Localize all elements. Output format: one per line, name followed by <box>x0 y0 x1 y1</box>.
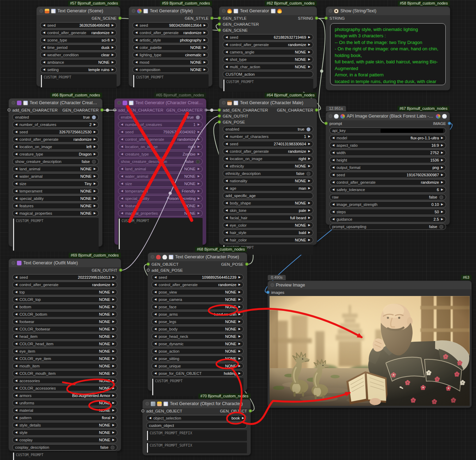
node-62[interactable]: #62 Bjornulf_custom_nodesText GeneratorG… <box>219 7 317 88</box>
widget-COLOR_footwear[interactable]: ◀COLOR_footwearNONE▶ <box>12 326 117 332</box>
increment-arrow-icon[interactable]: ▶ <box>239 372 241 375</box>
increment-arrow-icon[interactable]: ▶ <box>441 166 443 169</box>
increment-arrow-icon[interactable]: ▶ <box>112 291 115 294</box>
output-port-GEN_CHARACTER[interactable] <box>315 108 318 112</box>
increment-arrow-icon[interactable]: ▶ <box>308 187 310 190</box>
reroute-dot[interactable] <box>320 70 323 73</box>
widget-age[interactable]: ◀ageman▶ <box>223 185 313 191</box>
input-port-GEN_OUTFIT[interactable] <box>218 114 221 118</box>
collapse-dot-icon[interactable] <box>222 101 225 105</box>
node-68[interactable]: #68 Bjornulf_custom_nodesText Generator … <box>148 253 247 391</box>
increment-arrow-icon[interactable]: ▶ <box>198 138 200 141</box>
increment-arrow-icon[interactable]: ▶ <box>239 350 241 353</box>
widget-number_of_creatures[interactable]: ◀number_of_creatures1▶ <box>118 121 203 128</box>
decrement-arrow-icon[interactable]: ◀ <box>225 202 228 204</box>
decrement-arrow-icon[interactable]: ◀ <box>121 182 123 185</box>
increment-arrow-icon[interactable]: ▶ <box>239 298 241 301</box>
widget-seed[interactable]: ◀seed191676026300987▶ <box>329 172 446 178</box>
reroute-dot[interactable] <box>106 109 109 112</box>
decrement-arrow-icon[interactable]: ◀ <box>43 39 45 42</box>
decrement-arrow-icon[interactable]: ◀ <box>225 165 228 168</box>
increment-arrow-icon[interactable]: ▶ <box>308 216 310 219</box>
widget-facial_hair[interactable]: ◀facial_hairfull beard▶ <box>223 215 313 221</box>
increment-arrow-icon[interactable]: ▶ <box>441 144 443 147</box>
increment-arrow-icon[interactable]: ▶ <box>112 357 115 360</box>
widget-special_ability[interactable]: ◀special_abilityNONE▶ <box>12 195 99 202</box>
decrement-arrow-icon[interactable]: ◀ <box>15 335 17 338</box>
input-port-GEN_SCENE[interactable] <box>218 29 221 32</box>
decrement-arrow-icon[interactable]: ◀ <box>225 51 228 53</box>
decrement-arrow-icon[interactable]: ◀ <box>15 394 17 397</box>
decrement-arrow-icon[interactable]: ◀ <box>15 291 17 294</box>
decrement-arrow-icon[interactable]: ◀ <box>225 157 228 160</box>
node-graph-canvas[interactable]: #57 Bjornulf_custom_nodesText Generator … <box>0 0 476 460</box>
widget-seed[interactable]: ◀seed274013198330604▶ <box>223 141 313 147</box>
widget-control_after_generate[interactable]: ◀control_after_generaterandomize▶ <box>12 282 117 288</box>
increment-arrow-icon[interactable]: ▶ <box>198 168 200 170</box>
output-port-GEN_CHARACTER[interactable] <box>204 108 208 112</box>
widget-land_animal[interactable]: ◀land_animalNONE▶ <box>118 166 203 172</box>
increment-arrow-icon[interactable]: ▶ <box>239 320 241 323</box>
increment-arrow-icon[interactable]: ▶ <box>308 150 310 153</box>
widget-body_shape[interactable]: ◀body_shapeNONE▶ <box>223 200 313 206</box>
button-CUSTOM_action[interactable]: CUSTOM_action <box>223 71 313 77</box>
node-header[interactable]: Text Generator (Outfit Male) <box>9 259 121 267</box>
decrement-arrow-icon[interactable]: ◀ <box>225 36 228 39</box>
decrement-arrow-icon[interactable]: ◀ <box>15 204 17 207</box>
widget-features[interactable]: ◀featuresNONE▶ <box>118 203 203 209</box>
increment-arrow-icon[interactable]: ▶ <box>112 53 114 56</box>
output-port-IMAGE[interactable] <box>448 122 451 125</box>
decrement-arrow-icon[interactable]: ◀ <box>15 387 17 390</box>
collapse-dot-icon[interactable] <box>146 402 149 405</box>
widget-pose_body[interactable]: ◀pose_bodyNONE▶ <box>152 326 243 332</box>
textarea-CUSTOM_PROMPT[interactable]: CUSTOM_PROMPT <box>132 74 209 88</box>
increment-arrow-icon[interactable]: ▶ <box>441 203 443 206</box>
widget-size[interactable]: ◀sizeTiny▶ <box>12 181 99 187</box>
decrement-arrow-icon[interactable]: ◀ <box>121 212 123 215</box>
increment-arrow-icon[interactable]: ▶ <box>441 210 443 213</box>
decrement-arrow-icon[interactable]: ◀ <box>332 181 334 184</box>
decrement-arrow-icon[interactable]: ◀ <box>121 138 123 141</box>
node-header[interactable]: Show (String/Text) <box>326 7 450 15</box>
widget-pose_action[interactable]: ◀pose_actionNONE▶ <box>152 348 243 354</box>
decrement-arrow-icon[interactable]: ◀ <box>15 372 17 375</box>
node-header[interactable]: Preview Image <box>268 281 471 289</box>
widget-material[interactable]: ◀materialNONE▶ <box>12 407 117 414</box>
input-port-GEN_CHARACTER[interactable] <box>218 23 221 26</box>
decrement-arrow-icon[interactable]: ◀ <box>154 320 156 323</box>
node-70[interactable]: #70 Bjornulf_custom_nodesText Generator … <box>143 399 251 455</box>
decrement-arrow-icon[interactable]: ◀ <box>225 187 228 190</box>
widget-seed[interactable]: ◀seed980342588613564▶ <box>132 22 209 29</box>
toggle-enabled[interactable]: enabledtrue <box>223 126 313 132</box>
decrement-arrow-icon[interactable]: ◀ <box>121 168 123 170</box>
decrement-arrow-icon[interactable]: ◀ <box>225 216 228 219</box>
decrement-arrow-icon[interactable]: ◀ <box>154 291 156 294</box>
increment-arrow-icon[interactable]: ▶ <box>204 24 206 27</box>
increment-arrow-icon[interactable]: ▶ <box>112 31 114 34</box>
decrement-arrow-icon[interactable]: ◀ <box>15 350 17 353</box>
increment-arrow-icon[interactable]: ▶ <box>204 53 206 56</box>
decrement-arrow-icon[interactable]: ◀ <box>15 342 17 345</box>
decrement-arrow-icon[interactable]: ◀ <box>15 424 17 427</box>
decrement-arrow-icon[interactable]: ◀ <box>15 431 17 434</box>
node-header[interactable]: Text Generator (Character Male) <box>219 99 317 107</box>
widget-location_on_image[interactable]: ◀location_on_imageright▶ <box>118 144 203 150</box>
node-66[interactable]: #66 Bjornulf_custom_nodesText Generator … <box>9 99 102 246</box>
decrement-arrow-icon[interactable]: ◀ <box>154 276 156 279</box>
widget-top[interactable]: ◀topNONE▶ <box>12 289 117 295</box>
increment-arrow-icon[interactable]: ▶ <box>441 159 443 162</box>
widget-pose_for_GEN_OBJECT[interactable]: ◀pose_for_GEN_OBJECTholding▶ <box>152 370 243 377</box>
decrement-arrow-icon[interactable]: ◀ <box>15 402 17 404</box>
increment-arrow-icon[interactable]: ▶ <box>112 328 115 330</box>
decrement-arrow-icon[interactable]: ◀ <box>121 197 123 200</box>
collapse-dot-icon[interactable] <box>271 283 274 287</box>
decrement-arrow-icon[interactable]: ◀ <box>15 175 17 178</box>
input-port-add_GEN_CHARACTER[interactable] <box>218 108 221 112</box>
widget-object_selection[interactable]: ◀object_selectionbook▶ <box>146 415 247 421</box>
collapse-dot-icon[interactable] <box>151 255 154 259</box>
increment-arrow-icon[interactable]: ▶ <box>308 143 310 145</box>
increment-arrow-icon[interactable]: ▶ <box>239 283 241 286</box>
widget-size[interactable]: ◀sizeNONE▶ <box>118 181 203 187</box>
decrement-arrow-icon[interactable]: ◀ <box>15 439 17 441</box>
increment-arrow-icon[interactable]: ▶ <box>239 276 241 279</box>
